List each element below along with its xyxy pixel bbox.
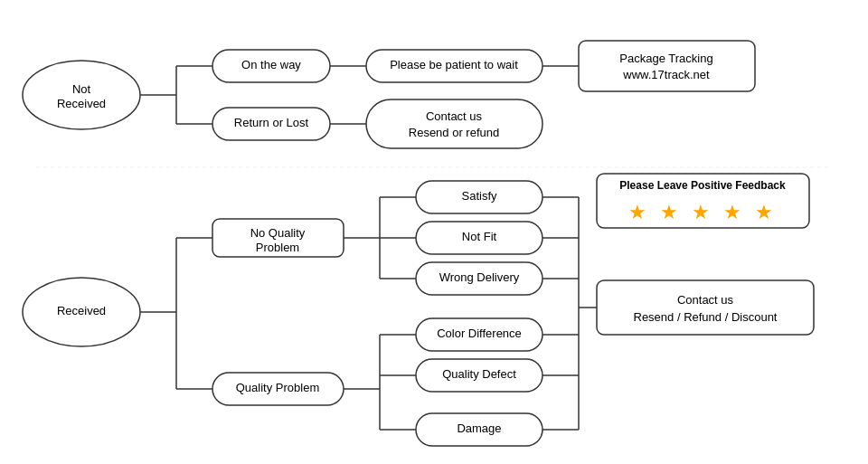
no-quality-label2: Problem [256, 241, 299, 254]
return-lost-label: Return or Lost [234, 116, 309, 129]
received-label: Received [57, 304, 106, 317]
no-quality-label1: No Quality [250, 226, 306, 240]
package-tracking-label2: www.17track.net [622, 68, 710, 81]
star2: ★ [660, 201, 678, 223]
star5: ★ [755, 201, 773, 223]
color-difference-label: Color Difference [437, 327, 522, 340]
damage-label: Damage [457, 421, 501, 435]
not-fit-label: Not Fit [462, 230, 497, 243]
star3: ★ [692, 201, 710, 223]
star4: ★ [723, 201, 741, 223]
contact-resend-refund-label1: Contact us [426, 109, 483, 123]
wrong-delivery-label: Wrong Delivery [439, 270, 520, 284]
satisfy-label: Satisfy [461, 189, 497, 203]
contact-resend-discount-node [597, 280, 814, 335]
not-received-label2: Received [57, 97, 106, 110]
not-received-label: Not [72, 82, 91, 96]
star1: ★ [628, 201, 646, 223]
quality-defect-label: Quality Defect [442, 367, 516, 381]
contact-discount-label2: Resend / Refund / Discount [634, 310, 778, 324]
package-tracking-node [579, 41, 755, 91]
contact-resend-refund-label2: Resend or refund [409, 126, 499, 139]
on-the-way-label: On the way [241, 58, 301, 71]
patient-wait-label: Please be patient to wait [390, 58, 518, 71]
contact-resend-refund-node [366, 99, 542, 148]
positive-feedback-label: Please Leave Positive Feedback [619, 179, 786, 192]
flowchart-diagram: Not Received On the way Please be patien… [0, 0, 868, 464]
package-tracking-label1: Package Tracking [619, 52, 712, 65]
quality-problem-label: Quality Problem [236, 381, 319, 394]
contact-discount-label1: Contact us [677, 293, 734, 307]
